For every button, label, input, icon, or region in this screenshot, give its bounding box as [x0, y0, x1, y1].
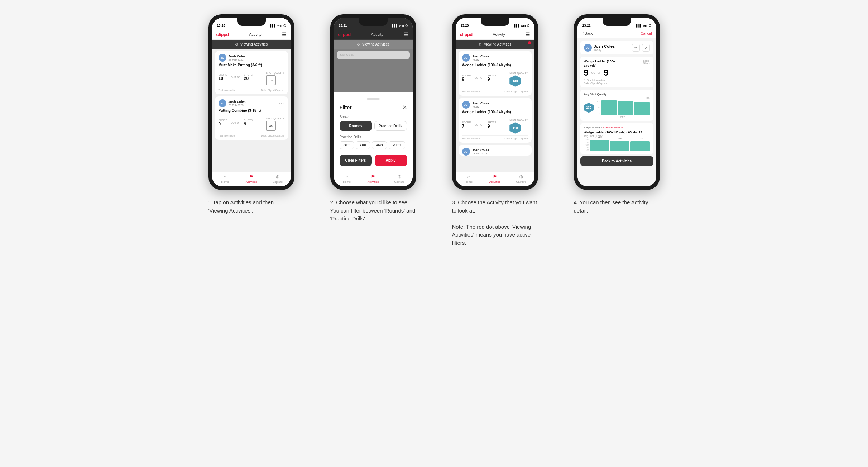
tab-capture-2[interactable]: ⊕ Capture	[386, 174, 412, 184]
viewing-banner-3[interactable]: ⚙ Viewing Activities	[456, 40, 534, 49]
tab-home-label-1: Home	[221, 180, 229, 184]
tab-home-1[interactable]: ⌂ Home	[212, 174, 238, 184]
back-button-4[interactable]: < Back	[582, 32, 593, 35]
card-footer-1-1: Test Information Data: Clippd Capture	[219, 87, 284, 91]
detail-title-4: Wedge Ladder (100–140 yds)	[584, 59, 616, 68]
app-logo-1: clippd	[216, 32, 229, 37]
shots-label-3-2: Shots	[488, 121, 496, 124]
card-user-info-3-1: Josh Coles Today	[472, 54, 489, 61]
hamburger-icon-3[interactable]: ☰	[526, 32, 530, 37]
status-time-4: 13:21	[582, 24, 591, 27]
detail-card-title-4: Wedge Ladder (100–140 yds)	[584, 59, 616, 68]
avatar-3-1: JC	[462, 54, 470, 62]
tab-home-2[interactable]: ⌂ Home	[334, 174, 360, 184]
capture-icon-1: ⊕	[275, 174, 280, 180]
signal-icon-1: ▌▌▌	[270, 24, 276, 27]
app-nav-3: clippd Activity ☰	[456, 29, 534, 40]
avatar-1-2: JC	[219, 99, 226, 107]
app-logo-2: clippd	[338, 32, 351, 37]
tab-capture-3[interactable]: ⊕ Capture	[508, 174, 534, 184]
filter-toggle-rounds-2[interactable]: Rounds	[340, 121, 372, 131]
banner-text-1: Viewing Activities	[240, 42, 268, 46]
phone-notch-2	[359, 18, 388, 26]
detail-info-4: ⓘ Test Information	[584, 78, 650, 82]
phone-column-3: 13:20 ▌▌▌ wifi ⬡ clippd Activity ☰ ⚙ V	[441, 14, 549, 247]
hamburger-icon-2[interactable]: ☰	[404, 32, 408, 37]
mini-bar-3-4: - - - 124	[630, 141, 650, 151]
home-icon-3: ⌂	[467, 174, 470, 180]
user-date-3-2: Today	[472, 105, 489, 108]
activity-card-3-3[interactable]: JC Josh Coles 28 Feb 2023 ···	[459, 145, 532, 156]
clear-filters-button-2[interactable]: Clear Filters	[340, 155, 372, 166]
more-dots-1-1[interactable]: ···	[279, 55, 284, 61]
back-to-activities-button-4[interactable]: Back to Activities	[580, 156, 653, 166]
bar-chart-4: 100 50 0	[596, 100, 650, 115]
activities-icon-2: ⚑	[371, 174, 375, 180]
stat-score-3-2: Score 7	[462, 121, 471, 129]
edit-button-4[interactable]: ✏	[632, 44, 640, 52]
tab-activities-3[interactable]: ⚑ Activities	[482, 174, 508, 184]
user-date-3-1: Today	[472, 58, 489, 61]
bg-card-2: Josh Coles	[337, 51, 410, 59]
score-label-header-4: Score	[643, 59, 649, 62]
wifi-icon-3: wifi	[521, 24, 526, 27]
card-header-3-3: JC Josh Coles 28 Feb 2023 ···	[462, 148, 528, 156]
chip-putt-2[interactable]: PUTT	[389, 141, 405, 149]
user-date-1-1: 28 Feb 2023	[229, 58, 246, 61]
user-name-3-3: Josh Coles	[472, 148, 489, 152]
app-logo-3: clippd	[460, 32, 473, 37]
shots-value-1-2: 9	[244, 121, 253, 127]
tab-activities-1[interactable]: ⚑ Activities	[238, 174, 264, 184]
card-user-3-3: JC Josh Coles 28 Feb 2023	[462, 148, 489, 156]
expand-button-4[interactable]: ⤢	[642, 44, 650, 52]
y-axis-4: 100 50 0	[596, 100, 600, 115]
more-dots-3-3[interactable]: ···	[523, 149, 528, 154]
apply-button-2[interactable]: Apply	[375, 155, 407, 166]
card-stats-3-1: Score 9 OUT OF Shots 9 Shot Quality 130	[462, 69, 528, 87]
tab-capture-label-1: Capture	[273, 180, 283, 184]
tab-capture-1[interactable]: ⊕ Capture	[264, 174, 291, 184]
filter-close-2[interactable]: ✕	[402, 104, 407, 111]
filter-toggle-drills-2[interactable]: Practice Drills	[374, 121, 407, 131]
detail-session-card-4: Player Activity › Practice Session Wedge…	[580, 123, 653, 154]
activity-card-1-2[interactable]: JC Josh Coles 28 Feb 2023 ··· Putting Co…	[215, 96, 288, 140]
card-user-3-2: JC Josh Coles Today	[462, 101, 489, 109]
phone-screen-3: 13:20 ▌▌▌ wifi ⬡ clippd Activity ☰ ⚙ V	[456, 18, 534, 186]
card-header-1-1: JC Josh Coles 28 Feb 2023 ···	[219, 54, 284, 62]
chip-arg-2[interactable]: ARG	[372, 141, 387, 149]
score-label-3-1: Score	[462, 74, 471, 77]
user-date-1-2: 28 Feb 2023	[229, 104, 246, 107]
detail-score-card-4: Wedge Ladder (100–140 yds) Score Shots 9…	[580, 57, 653, 87]
filter-chips-2: OTT APP ARG PUTT	[340, 141, 407, 149]
chip-app-2[interactable]: APP	[356, 141, 370, 149]
tab-capture-label-3: Capture	[516, 180, 526, 184]
detail-shots-value-4: 9	[604, 68, 608, 78]
out-of-3-1: OUT OF	[474, 77, 484, 79]
app-nav-1: clippd Activity ☰	[212, 29, 291, 40]
phone-screen-1: 13:20 ▌▌▌ wifi ⬡ clippd Activity ☰ ⚙ V	[212, 18, 291, 186]
activity-card-1-1[interactable]: JC Josh Coles 28 Feb 2023 ··· Must Make …	[215, 51, 288, 94]
caption-3: 3. Choose the Activity that you want to …	[452, 199, 538, 247]
detail-user-row-4: JC Josh Coles Today ✏ ⤢	[580, 41, 653, 54]
viewing-banner-1[interactable]: ⚙ Viewing Activities	[212, 40, 291, 49]
activity-card-3-2[interactable]: JC Josh Coles Today ··· Wedge Ladder (10…	[459, 98, 532, 143]
more-dots-3-2[interactable]: ···	[523, 102, 528, 108]
more-dots-1-2[interactable]: ···	[279, 100, 284, 106]
tab-activities-2[interactable]: ⚑ Activities	[360, 174, 386, 184]
mini-bar-1-4: 132	[590, 140, 609, 152]
session-label-4: Player Activity › Practice Session	[584, 126, 650, 129]
chip-ott-2[interactable]: OTT	[340, 141, 354, 149]
phone-screen-4: 13:21 ▌▌▌ wifi ⬡ < Back Cancel	[577, 18, 656, 186]
detail-user-name-4: Josh Coles	[594, 44, 615, 48]
tab-home-3[interactable]: ⌂ Home	[456, 174, 482, 184]
cancel-button-4[interactable]: Cancel	[641, 32, 652, 35]
activity-card-3-1[interactable]: JC Josh Coles Today ··· Wedge Ladder (10…	[459, 51, 532, 96]
user-name-3-2: Josh Coles	[472, 101, 489, 105]
card-user-info-1-1: Josh Coles 28 Feb 2023	[229, 54, 246, 61]
chart-max-label-4: 130	[596, 97, 650, 100]
hamburger-icon-1[interactable]: ☰	[282, 32, 287, 37]
filter-title-2: Filter	[340, 105, 352, 110]
mini-chart-4: 140 120 100 80 60 132 129	[584, 139, 650, 151]
card-stats-1-2: Score 0 OUT OF Shots 9 Shot Quality 45	[219, 114, 284, 131]
more-dots-3-1[interactable]: ···	[523, 55, 528, 61]
